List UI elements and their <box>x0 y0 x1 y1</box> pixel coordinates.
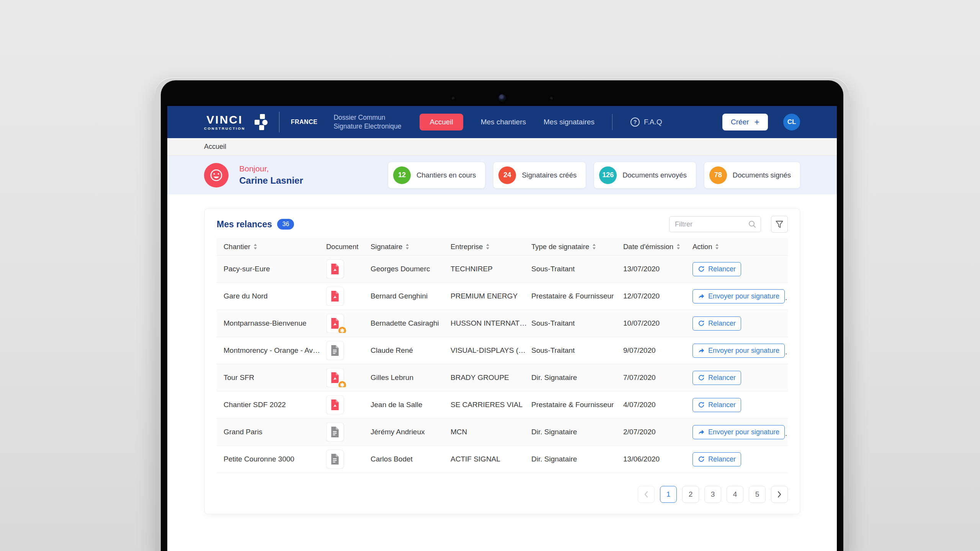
pagination-page-1[interactable]: 1 <box>660 486 677 503</box>
relancer-button[interactable]: Relancer <box>693 262 741 276</box>
pagination-page-4[interactable]: 4 <box>727 486 743 503</box>
refresh-icon <box>698 320 705 327</box>
col-label-entreprise: Entreprise <box>451 243 483 251</box>
generic-document-icon[interactable] <box>326 422 344 442</box>
table-row[interactable]: Montmorency - Orange - Ave... Claude Ren… <box>217 337 788 364</box>
send-icon <box>698 347 705 354</box>
cell-date: 10/07/2020 <box>623 319 693 328</box>
col-header-action[interactable]: Action <box>693 243 788 251</box>
cell-signataire: Bernard Genghini <box>371 292 451 300</box>
pagination-page-5[interactable]: 5 <box>749 486 766 503</box>
chevron-left-icon <box>644 491 649 498</box>
generic-document-icon[interactable] <box>326 450 344 469</box>
stat-label-chantiers: Chantiers en cours <box>416 171 476 179</box>
generic-document-icon[interactable] <box>326 341 344 360</box>
create-button[interactable]: Créer + <box>722 114 768 130</box>
refresh-icon <box>698 374 705 381</box>
pdf-document-icon[interactable] <box>326 395 344 414</box>
table-row[interactable]: Tour SFR ✱ Gilles Lebrun BRADY GROUPE Di… <box>217 364 788 391</box>
table-row[interactable]: Grand Paris Jérémy Andrieux MCN Dir. Sig… <box>217 419 788 446</box>
relancer-button[interactable]: Relancer <box>693 316 741 331</box>
action-label: Relancer <box>708 374 736 382</box>
stat-card-docs-signes[interactable]: 78 Documents signés <box>704 162 800 188</box>
action-label: Envoyer pour signature <box>708 428 779 436</box>
webcam-led-left <box>452 97 454 99</box>
breadcrumb: Accueil <box>204 143 226 151</box>
svg-text:?: ? <box>634 119 637 125</box>
stat-label-docs-signes: Documents signés <box>733 171 791 179</box>
nav-item-mes-signataires[interactable]: Mes signataires <box>544 118 595 126</box>
sort-icon <box>676 244 680 249</box>
create-button-label: Créer <box>731 118 749 126</box>
stat-label-signataires: Signataires créés <box>522 171 577 179</box>
faq-link[interactable]: ? F.A.Q <box>630 117 662 127</box>
cell-date: 7/07/2020 <box>623 373 693 382</box>
table-row[interactable]: Pacy-sur-Eure Georges Doumerc TECHNIREP … <box>217 256 788 283</box>
cell-entreprise: ACTIF SIGNAL <box>451 455 531 463</box>
app-title-line2: Signature Electronique <box>333 122 401 131</box>
sort-icon <box>486 244 490 249</box>
pagination-prev-button[interactable] <box>638 486 655 503</box>
col-header-type[interactable]: Type de signataire <box>531 243 623 251</box>
pdf-document-starred-icon[interactable]: ✱ <box>326 314 344 333</box>
laptop-bezel: VINCI CONSTRUCTION FRANCE Dossier Commun… <box>161 80 843 551</box>
app-title: Dossier Commun Signature Electronique <box>333 113 401 131</box>
table-row[interactable]: Gare du Nord Bernard Genghini PREMIUM EN… <box>217 283 788 310</box>
pagination-page-2[interactable]: 2 <box>682 486 699 503</box>
greeting-name: Carine Lasnier <box>239 175 303 186</box>
panel-title: Mes relances <box>217 219 272 230</box>
envoyer-signature-button[interactable]: Envoyer pour signature <box>693 344 785 358</box>
nav-item-accueil[interactable]: Accueil <box>420 114 463 130</box>
pagination-next-button[interactable] <box>771 486 788 503</box>
cell-signataire: Bernadette Casiraghi <box>371 319 451 328</box>
cell-chantier: Gare du Nord <box>217 292 326 300</box>
stat-card-signataires[interactable]: 24 Signataires créés <box>493 162 586 188</box>
relancer-button[interactable]: Relancer <box>693 398 741 412</box>
table-row[interactable]: Chantier SDF 2022 Jean de la Salle SE CA… <box>217 391 788 419</box>
webcam-led-right <box>550 97 553 99</box>
col-header-signataire[interactable]: Signataire <box>371 243 451 251</box>
cell-type: Dir. Signataire <box>531 373 623 382</box>
col-header-chantier[interactable]: Chantier <box>217 243 326 251</box>
stat-label-docs-envoyes: Documents envoyés <box>622 171 687 179</box>
cell-date: 4/07/2020 <box>623 401 693 409</box>
nav-item-mes-chantiers[interactable]: Mes chantiers <box>481 118 526 126</box>
stat-card-docs-envoyes[interactable]: 126 Documents envoyés <box>594 162 696 188</box>
star-badge-icon: ✱ <box>338 326 347 333</box>
region-label: FRANCE <box>291 119 318 126</box>
table-row[interactable]: Montparnasse-Bienvenue ✱ Bernadette Casi… <box>217 310 788 337</box>
cell-entreprise: TECHNIREP <box>451 265 531 273</box>
cell-entreprise: PREMIUM ENERGY <box>451 292 531 300</box>
filter-input[interactable] <box>669 216 761 232</box>
sort-icon <box>715 244 719 249</box>
table-body: Pacy-sur-Eure Georges Doumerc TECHNIREP … <box>217 256 788 473</box>
envoyer-signature-button[interactable]: Envoyer pour signature <box>693 425 785 439</box>
pdf-document-icon[interactable] <box>326 287 344 306</box>
sort-icon <box>592 244 596 249</box>
cell-signataire: Claude René <box>371 346 451 355</box>
relancer-button[interactable]: Relancer <box>693 371 741 385</box>
webcam <box>498 94 506 102</box>
send-icon <box>698 293 705 300</box>
table-header-row: Chantier Document Signataire Entreprise <box>217 238 788 256</box>
pdf-document-starred-icon[interactable]: ✱ <box>326 368 344 387</box>
envoyer-signature-button[interactable]: Envoyer pour signature <box>693 289 785 303</box>
col-header-date[interactable]: Date d'émission <box>623 243 693 251</box>
pagination-page-3[interactable]: 3 <box>704 486 721 503</box>
cell-signataire: Carlos Bodet <box>371 455 451 463</box>
action-label: Relancer <box>708 455 736 463</box>
pdf-document-icon[interactable] <box>326 259 344 279</box>
stat-card-chantiers[interactable]: 12 Chantiers en cours <box>388 162 485 188</box>
table-row[interactable]: Petite Couronne 3000 Carlos Bodet ACTIF … <box>217 446 788 473</box>
cell-type: Dir. Signataire <box>531 428 623 436</box>
filter-controls <box>669 216 788 233</box>
cell-entreprise: MCN <box>451 428 531 436</box>
stat-value-chantiers: 12 <box>393 166 411 184</box>
relancer-button[interactable]: Relancer <box>693 452 741 466</box>
filter-funnel-button[interactable] <box>771 216 788 233</box>
user-avatar[interactable]: CL <box>783 114 800 130</box>
cell-signataire: Gilles Lebrun <box>371 373 451 382</box>
action-label: Envoyer pour signature <box>708 347 779 355</box>
col-header-entreprise[interactable]: Entreprise <box>451 243 531 251</box>
vinci-logo-subtext: CONSTRUCTION <box>204 127 245 130</box>
